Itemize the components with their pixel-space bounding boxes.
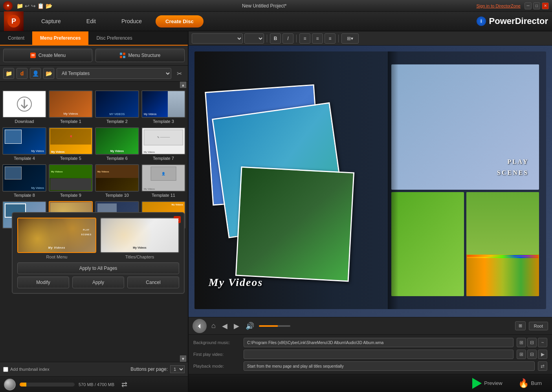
disc-size-text: 570 MB / 4700 MB: [79, 382, 114, 387]
create-disc-button[interactable]: Create Disc: [156, 15, 204, 27]
modify-button[interactable]: Modify: [17, 277, 69, 288]
playback-mode-row: Playback mode: Start from the menu page …: [193, 361, 547, 371]
tab-content[interactable]: Content: [0, 31, 32, 45]
template-download[interactable]: Download: [2, 90, 46, 125]
bold-button[interactable]: B: [270, 33, 281, 44]
list-item[interactable]: My Videos Template 1: [49, 90, 93, 125]
preview-image: My Videos Play Scenes: [189, 46, 552, 317]
first-play-value: [244, 350, 513, 359]
popup-root-menu[interactable]: My Videos PLAYSCENES Root Menu: [17, 218, 96, 259]
list-item[interactable]: My Videos Template 10: [95, 164, 139, 199]
playback-mode-label: Playback mode:: [193, 364, 240, 368]
list-item[interactable]: My Videos Template 8: [2, 164, 46, 199]
produce-nav-btn[interactable]: Produce: [110, 15, 154, 27]
align-center-button[interactable]: ≡: [312, 33, 323, 44]
home-button[interactable]: ⌂: [210, 320, 217, 332]
tab-menu-preferences[interactable]: Menu Preferences: [32, 31, 88, 45]
left-panel: Content Menu Preferences Disc Preference…: [0, 31, 189, 392]
maximize-button[interactable]: □: [533, 2, 540, 9]
list-item[interactable]: ✎ ───── My Videos Template 7: [141, 127, 185, 162]
create-menu-button[interactable]: Create Menu: [3, 49, 92, 62]
minimize-button[interactable]: ─: [524, 2, 532, 9]
remove-music-button[interactable]: ⊟: [527, 338, 537, 347]
template-filter-select[interactable]: All Templates: [57, 68, 171, 79]
sign-in-link[interactable]: Sign in to DirectorZone: [476, 4, 521, 8]
scissors-icon[interactable]: ✂: [174, 68, 185, 79]
nav-left: P Capture Edit Produce Create Disc: [4, 11, 204, 31]
capture-nav-btn[interactable]: Capture: [29, 15, 73, 27]
list-item[interactable]: MY VIDEOS Template 2: [95, 90, 139, 125]
music-settings-button[interactable]: ~: [538, 338, 547, 347]
volume-slider[interactable]: [259, 325, 290, 327]
italic-button[interactable]: I: [282, 33, 293, 44]
bottom-action-bar: Preview 🔥 Burn: [189, 374, 552, 392]
thumbnail-index-checkbox[interactable]: [3, 367, 8, 372]
svg-text:P: P: [11, 17, 16, 25]
font-select[interactable]: [192, 33, 243, 44]
disc-progress-fill: [20, 383, 26, 387]
close-button[interactable]: ✕: [542, 2, 549, 9]
list-item[interactable]: My Videos Template 4: [2, 127, 46, 162]
folder-filter-btn[interactable]: 📁: [3, 68, 14, 79]
first-play-icons: ⊞ ⊟ ▶: [517, 350, 547, 359]
edit-nav-btn[interactable]: Edit: [75, 15, 108, 27]
list-item[interactable]: 👤 My Videos Template 11: [141, 164, 185, 199]
add-video-button[interactable]: ⊞: [517, 350, 526, 359]
swap-icon[interactable]: ⇄: [118, 379, 130, 390]
nav-bar: P Capture Edit Produce Create Disc i Pow…: [0, 12, 552, 31]
popup-root-thumb[interactable]: My Videos PLAYSCENES: [17, 218, 96, 253]
play-button[interactable]: ⏴: [193, 319, 207, 333]
list-item[interactable]: My Videos Template 6: [95, 127, 139, 162]
window-controls: ─ □ ✕: [524, 2, 549, 9]
list-item[interactable]: 🎈 My Videos Template 5: [49, 127, 93, 162]
list-item[interactable]: My Videos Template 9: [49, 164, 93, 199]
folder2-filter-btn[interactable]: 📂: [43, 68, 54, 79]
popup-titles-chapters[interactable]: My Videos Titles/Chapters: [100, 218, 179, 259]
cancel-button[interactable]: Cancel: [127, 277, 179, 288]
scroll-down-arrow[interactable]: ▼: [180, 355, 186, 362]
preview-label: Preview: [484, 380, 502, 386]
main-layout: Content Menu Preferences Disc Preference…: [0, 31, 552, 392]
tab-disc-preferences[interactable]: Disc Preferences: [88, 31, 140, 45]
app-title-area: i PowerDirector: [477, 16, 548, 26]
align-left-button[interactable]: ≡: [299, 33, 310, 44]
buttons-per-page-select[interactable]: 1 2 3 4: [170, 365, 185, 373]
toolbar: B I ≡ ≡ ≡ ⊞▾: [189, 31, 552, 46]
svg-rect-5: [120, 53, 122, 55]
volume-button[interactable]: 🔊: [244, 320, 256, 332]
buttons-per-page-area: Buttons per page: 1 2 3 4: [130, 365, 185, 373]
toolbar-divider2: [296, 35, 297, 42]
tab-bar: Content Menu Preferences Disc Preference…: [0, 31, 188, 46]
menu-structure-button[interactable]: Menu Structure: [95, 49, 185, 62]
user-filter-btn[interactable]: 👤: [30, 68, 41, 79]
preview-canvas: My Videos Play Scenes: [189, 46, 552, 317]
list-item[interactable]: My Videos Template 3: [141, 90, 185, 125]
burn-action-button[interactable]: 🔥 Burn: [512, 376, 548, 391]
properties-area: Background music: C:\Program Files (x86)…: [189, 334, 552, 374]
prev-button[interactable]: ◀: [220, 320, 229, 332]
playback-mode-value: Start from the menu page and play all ti…: [244, 361, 535, 371]
add-music-button[interactable]: ⊞: [517, 338, 526, 347]
root-button[interactable]: Root: [529, 322, 548, 330]
menu-icon: [30, 52, 36, 59]
next-button[interactable]: ▶: [232, 320, 241, 332]
preview-action-button[interactable]: Preview: [466, 376, 508, 391]
svg-rect-8: [123, 56, 125, 58]
scroll-up-arrow[interactable]: ▲: [180, 82, 186, 88]
background-music-icons: ⊞ ⊟ ~: [517, 338, 547, 347]
download-filter-btn[interactable]: d: [17, 68, 28, 79]
grid-button[interactable]: ⊞▾: [341, 33, 359, 44]
popup-titles-thumb[interactable]: My Videos: [100, 218, 179, 253]
title-bar: ✦ 📁 ↩ ↪ 📋 📂 New Untitled Project* Sign i…: [0, 0, 552, 12]
screen-size-button[interactable]: ⊞: [515, 321, 526, 330]
play-video-button[interactable]: ▶: [538, 350, 547, 359]
first-play-row: First play video: ⊞ ⊟ ▶: [193, 350, 547, 359]
font-size-select[interactable]: [244, 33, 264, 44]
apply-button[interactable]: Apply: [72, 277, 124, 288]
thumbnail-index-label[interactable]: Add thumbnail index: [3, 367, 50, 372]
playback-settings-button[interactable]: ⇄: [538, 361, 547, 371]
preview-play-label: Play: [497, 158, 528, 165]
apply-to-all-button[interactable]: Apply to All Pages: [17, 262, 179, 274]
align-right-button[interactable]: ≡: [325, 33, 336, 44]
remove-video-button[interactable]: ⊟: [527, 350, 537, 359]
